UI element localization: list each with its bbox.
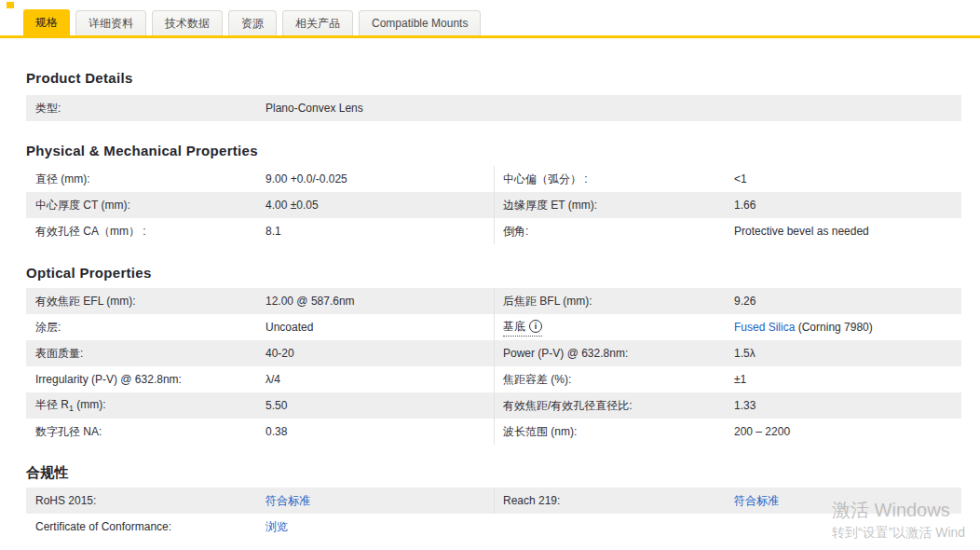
spec-value: 40-20: [265, 347, 294, 360]
spec-label: 中心厚度 CT (mm):: [35, 198, 265, 213]
watermark-line1: 激活 Windows: [832, 499, 965, 521]
spec-value: 符合标准: [265, 493, 310, 509]
spec-value: 200 – 2200: [734, 425, 790, 438]
tab-technical-data[interactable]: 技术数据: [152, 10, 223, 35]
optical-left-column: 有效焦距 EFL (mm): 12.00 @ 587.6nm 涂层: Uncoa…: [26, 288, 494, 445]
certificate-view-link[interactable]: 浏览: [265, 520, 288, 533]
spec-label: 焦距容差 (%):: [503, 372, 734, 388]
spec-row-efl: 有效焦距 EFL (mm): 12.00 @ 587.6nm: [26, 288, 494, 314]
spec-label: 有效焦距 EFL (mm):: [35, 294, 265, 309]
substrate-link[interactable]: Fused Silica: [734, 321, 795, 334]
tab-compatible-mounts[interactable]: Compatible Mounts: [359, 10, 481, 35]
spec-row-irregularity: Irregularity (P-V) @ 632.8nm: λ/4: [26, 366, 494, 392]
optical-right-column: 后焦距 BFL (mm): 9.26 基底i Fused Silica (Cor…: [494, 288, 961, 445]
spec-value: 0.38: [265, 425, 287, 438]
tab-resources[interactable]: 资源: [228, 10, 277, 35]
spec-value: 9.00 +0.0/-0.025: [265, 172, 347, 186]
tab-bar: 规格 详细资料 技术数据 资源 相关产品 Compatible Mounts: [0, 0, 980, 38]
spec-value: 5.50: [265, 399, 287, 412]
spec-row-centration: 中心偏（弧分） : <1: [494, 166, 961, 192]
info-icon[interactable]: i: [529, 320, 542, 333]
spec-row-substrate: 基底i Fused Silica (Corning 7980): [494, 314, 961, 340]
section-heading-product-details: Product Details: [26, 70, 961, 86]
spec-value: ±1: [734, 373, 746, 386]
spec-row-bevel: 倒角: Protective bevel as needed: [494, 218, 961, 244]
section-heading-physical: Physical & Mechanical Properties: [26, 143, 961, 158]
spec-label: 中心偏（弧分） :: [503, 172, 734, 187]
spec-label: Certificate of Conformance:: [35, 520, 265, 533]
physical-table: 直径 (mm): 9.00 +0.0/-0.025 中心厚度 CT (mm): …: [26, 166, 961, 244]
spec-label: 波长范围 (nm):: [503, 424, 734, 440]
spec-value: λ/4: [265, 373, 280, 386]
spec-label: RoHS 2015:: [35, 494, 265, 507]
spec-value: Fused Silica (Corning 7980): [734, 321, 873, 334]
spec-row-focal-tolerance: 焦距容差 (%): ±1: [494, 366, 961, 392]
tab-details[interactable]: 详细资料: [75, 10, 146, 35]
spec-value: Uncoated: [265, 321, 313, 334]
spec-row-diameter: 直径 (mm): 9.00 +0.0/-0.025: [26, 166, 494, 192]
spec-label: 表面质量:: [35, 346, 265, 362]
spec-label: Reach 219:: [503, 494, 734, 507]
tab-underline: [0, 35, 980, 38]
product-spec-page: 规格 详细资料 技术数据 资源 相关产品 Compatible Mounts P…: [0, 0, 980, 550]
spec-value: 浏览: [265, 519, 288, 535]
spec-row-radius-r1: 半径 R1 (mm): 5.50: [26, 392, 494, 419]
optical-table: 有效焦距 EFL (mm): 12.00 @ 587.6nm 涂层: Uncoa…: [26, 288, 961, 445]
physical-right-column: 中心偏（弧分） : <1 边缘厚度 ET (mm): 1.66 倒角: Prot…: [494, 166, 961, 244]
spec-label: 直径 (mm):: [35, 172, 265, 187]
spec-value: <1: [734, 172, 747, 186]
spec-value: 1.33: [734, 399, 755, 412]
spec-row-type: 类型: Plano-Convex Lens: [26, 95, 961, 121]
spec-row-certificate: Certificate of Conformance: 浏览: [26, 514, 494, 540]
compliance-left-column: RoHS 2015: 符合标准 Certificate of Conforman…: [26, 488, 494, 540]
spec-row-f-number: 有效焦距/有效孔径直径比: 1.33: [494, 392, 961, 419]
physical-left-column: 直径 (mm): 9.00 +0.0/-0.025 中心厚度 CT (mm): …: [26, 166, 494, 244]
spec-label: Irregularity (P-V) @ 632.8nm:: [35, 373, 265, 386]
spec-row-bfl: 后焦距 BFL (mm): 9.26: [494, 288, 961, 314]
spec-row-power: Power (P-V) @ 632.8nm: 1.5λ: [494, 340, 961, 366]
spec-value: 8.1: [265, 225, 281, 238]
spec-label: 类型:: [35, 101, 265, 117]
spec-value: 符合标准: [734, 493, 779, 509]
tab-related-products[interactable]: 相关产品: [282, 10, 353, 35]
spec-value: Protective bevel as needed: [734, 225, 869, 238]
tab-specs[interactable]: 规格: [23, 9, 70, 35]
spec-value: 4.00 ±0.05: [265, 199, 319, 212]
spec-row-numerical-aperture: 数字孔径 NA: 0.38: [26, 419, 494, 445]
spec-value: 12.00 @ 587.6nm: [265, 295, 355, 308]
spec-label: 半径 R1 (mm):: [35, 397, 265, 413]
spec-label: 边缘厚度 ET (mm):: [503, 198, 734, 213]
spec-value: 1.5λ: [734, 347, 755, 360]
spec-value: Plano-Convex Lens: [265, 102, 363, 115]
section-heading-optical: Optical Properties: [26, 265, 961, 281]
windows-activation-watermark: 激活 Windows 转到“设置”以激活 Wind: [832, 499, 965, 542]
spec-label: 有效焦距/有效孔径直径比:: [503, 398, 734, 414]
spec-value: 1.66: [734, 199, 755, 212]
spec-row-wavelength-range: 波长范围 (nm): 200 – 2200: [494, 419, 961, 445]
spec-label: 倒角:: [503, 224, 734, 240]
rohs-compliant-link[interactable]: 符合标准: [265, 494, 310, 507]
spec-row-surface-quality: 表面质量: 40-20: [26, 340, 494, 366]
watermark-line2: 转到“设置”以激活 Wind: [832, 523, 965, 542]
spec-label: Power (P-V) @ 632.8nm:: [503, 347, 734, 360]
spec-row-center-thickness: 中心厚度 CT (mm): 4.00 ±0.05: [26, 192, 494, 218]
spec-row-clear-aperture: 有效孔径 CA（mm） : 8.1: [26, 218, 494, 244]
spec-label: 有效孔径 CA（mm） :: [35, 224, 265, 240]
compliance-table: RoHS 2015: 符合标准 Certificate of Conforman…: [26, 488, 961, 540]
spec-content: Product Details 类型: Plano-Convex Lens Ph…: [26, 0, 961, 540]
substrate-tooltip-trigger[interactable]: 基底i: [503, 319, 542, 337]
spec-row-coating: 涂层: Uncoated: [26, 314, 494, 340]
spec-row-edge-thickness: 边缘厚度 ET (mm): 1.66: [494, 192, 961, 218]
spec-value: 9.26: [734, 295, 755, 308]
spec-label: 基底i: [503, 319, 734, 337]
spec-row-rohs: RoHS 2015: 符合标准: [26, 488, 494, 514]
spec-label: 后焦距 BFL (mm):: [503, 294, 734, 309]
spec-label: 数字孔径 NA:: [35, 424, 265, 440]
tab-list: 规格 详细资料 技术数据 资源 相关产品 Compatible Mounts: [23, 9, 980, 35]
section-heading-compliance: 合规性: [26, 464, 961, 482]
reach-compliant-link[interactable]: 符合标准: [734, 494, 779, 507]
spec-label: 涂层:: [35, 320, 265, 336]
